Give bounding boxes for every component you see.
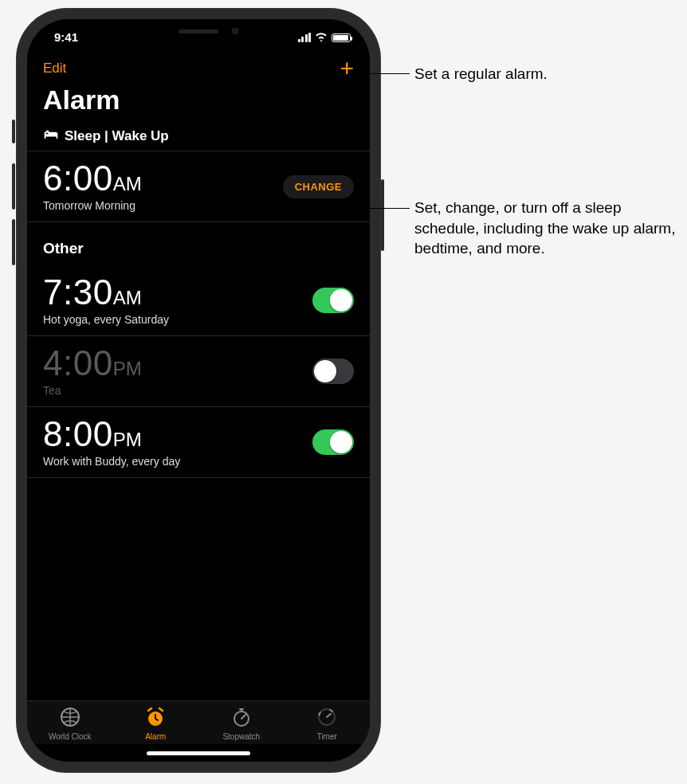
alarm-ampm: PM (113, 358, 142, 379)
phone-frame: 9:41 Edit + Alarm Sleep | Wake Up (16, 8, 381, 773)
status-time: 9:41 (46, 30, 78, 44)
battery-icon (332, 33, 351, 42)
notch (123, 19, 274, 43)
callout-add-alarm: Set a regular alarm. (414, 64, 548, 84)
alarm-ampm: AM (113, 287, 142, 308)
alarm-label: Hot yoga, every Saturday (43, 313, 169, 326)
front-camera (232, 28, 238, 34)
tab-alarm[interactable]: Alarm (113, 706, 199, 741)
tab-label: Stopwatch (222, 732, 260, 741)
tab-timer[interactable]: Timer (285, 706, 371, 741)
sleep-section-title: Sleep | Wake Up (65, 128, 169, 144)
tab-world-clock[interactable]: World Clock (27, 706, 113, 741)
tab-stopwatch[interactable]: Stopwatch (198, 706, 285, 741)
alarm-list: Sleep | Wake Up 6:00AM Tomorrow Morning … (27, 123, 370, 700)
alarm-time: 7:30 (43, 272, 113, 312)
alarm-time: 8:00 (43, 414, 113, 453)
alarm-time: 4:00 (43, 343, 113, 382)
timer-icon (316, 706, 338, 730)
tab-label: World Clock (49, 732, 92, 741)
change-sleep-button[interactable]: CHANGE (283, 175, 354, 198)
sleep-wake-ampm: AM (113, 173, 142, 194)
speaker-grille (179, 29, 218, 33)
sleep-wake-subtitle: Tomorrow Morning (43, 199, 142, 212)
phone-screen: 9:41 Edit + Alarm Sleep | Wake Up (27, 19, 370, 762)
page-title: Alarm (27, 80, 370, 123)
edit-button[interactable]: Edit (43, 61, 66, 76)
world-clock-icon (59, 706, 81, 730)
add-alarm-button[interactable]: + (340, 61, 354, 76)
power-button (381, 179, 384, 251)
mute-switch (12, 120, 15, 143)
alarm-ampm: PM (113, 429, 142, 450)
cellular-signal-icon (298, 33, 312, 42)
alarm-clock-icon (144, 706, 167, 730)
alarm-toggle[interactable] (312, 429, 354, 455)
sleep-wake-time: 6:00 (43, 159, 113, 198)
volume-down-button (12, 219, 15, 265)
alarm-toggle[interactable] (312, 359, 354, 384)
callout-change-sleep: Set, change, or turn off a sleep schedul… (414, 198, 677, 259)
home-indicator[interactable] (27, 744, 370, 762)
alarm-row[interactable]: 8:00PM Work with Buddy, every day (27, 407, 370, 478)
nav-bar: Edit + (27, 54, 370, 80)
other-section-header: Other (27, 222, 370, 265)
alarm-row[interactable]: 4:00PM Tea (27, 336, 370, 407)
tab-bar: World Clock Alarm Stopwatch Timer (27, 700, 370, 744)
tab-label: Timer (317, 732, 337, 741)
alarm-row[interactable]: 7:30AM Hot yoga, every Saturday (27, 265, 370, 336)
alarm-label: Work with Buddy, every day (43, 455, 180, 468)
sleep-wake-row[interactable]: 6:00AM Tomorrow Morning CHANGE (27, 151, 370, 222)
volume-up-button (12, 163, 15, 210)
sleep-section-header: Sleep | Wake Up (27, 123, 370, 151)
alarm-label: Tea (43, 384, 142, 397)
stopwatch-icon (230, 706, 253, 730)
bed-icon (43, 128, 59, 144)
callout-leader-line (343, 208, 410, 209)
callout-leader-line (354, 73, 410, 74)
wifi-icon (315, 31, 328, 44)
alarm-toggle[interactable] (312, 288, 354, 313)
tab-label: Alarm (145, 732, 166, 741)
